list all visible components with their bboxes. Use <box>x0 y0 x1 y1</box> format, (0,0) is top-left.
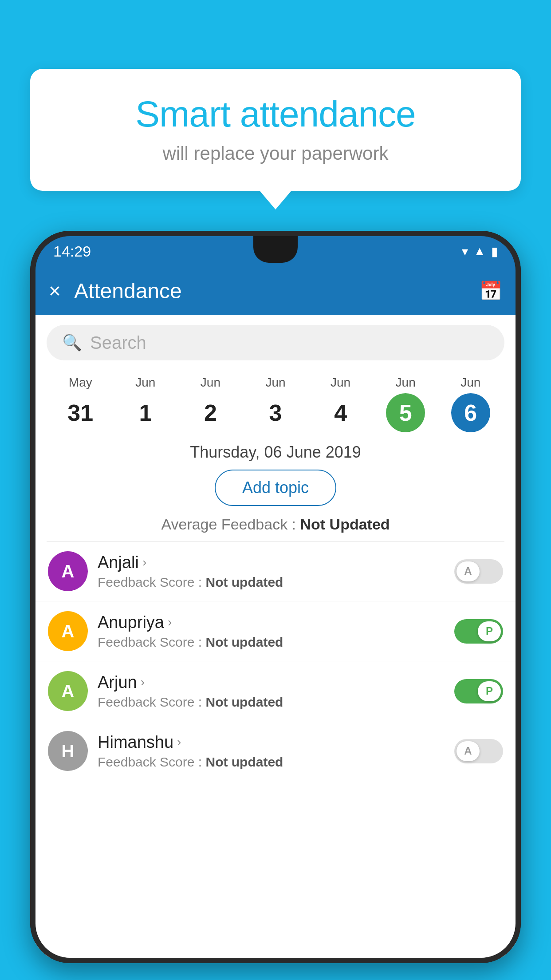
bubble-subtitle: will replace your paperwork <box>57 143 494 164</box>
feedback-score: Feedback Score : Not updated <box>98 575 445 590</box>
volume-up-button <box>30 355 32 386</box>
student-info: Arjun ›Feedback Score : Not updated <box>98 673 445 710</box>
student-info: Anjali ›Feedback Score : Not updated <box>98 553 445 590</box>
date-col-0[interactable]: May31 <box>48 375 113 432</box>
toggle-knob: A <box>457 741 480 761</box>
toggle-knob: P <box>478 621 501 641</box>
attendance-toggle[interactable]: P <box>454 679 503 703</box>
date-col-1[interactable]: Jun1 <box>113 375 178 432</box>
students-list: AAnjali ›Feedback Score : Not updatedAAA… <box>35 541 516 781</box>
add-topic-button[interactable]: Add topic <box>215 470 336 506</box>
phone-wrapper: 14:29 ▾ ▲ ▮ × Attendance 📅 🔍 Search May3… <box>30 231 521 980</box>
day-number: 2 <box>191 393 230 432</box>
toggle-wrapper[interactable]: P <box>454 619 503 644</box>
attendance-toggle[interactable]: A <box>454 739 503 763</box>
app-bar: × Attendance 📅 <box>35 266 516 315</box>
month-label: Jun <box>201 375 220 390</box>
chevron-icon: › <box>142 555 146 569</box>
volume-down-button <box>30 399 32 448</box>
feedback-score: Feedback Score : Not updated <box>98 635 445 650</box>
avatar: A <box>48 671 88 711</box>
toggle-wrapper[interactable]: P <box>454 679 503 703</box>
toggle-wrapper[interactable]: A <box>454 559 503 584</box>
day-number: 1 <box>126 393 165 432</box>
student-row-1[interactable]: AAnupriya ›Feedback Score : Not updatedP <box>35 601 516 661</box>
toggle-knob: P <box>478 681 501 701</box>
close-button[interactable]: × <box>49 279 61 303</box>
status-icons: ▾ ▲ ▮ <box>462 244 498 259</box>
notch <box>253 236 298 263</box>
avg-feedback-label: Average Feedback : <box>161 516 300 533</box>
chevron-icon: › <box>168 615 172 629</box>
speech-bubble: Smart attendance will replace your paper… <box>30 69 521 191</box>
phone: 14:29 ▾ ▲ ▮ × Attendance 📅 🔍 Search May3… <box>30 231 521 963</box>
student-row-0[interactable]: AAnjali ›Feedback Score : Not updatedA <box>35 541 516 601</box>
attendance-toggle[interactable]: A <box>454 559 503 584</box>
signal-icon: ▲ <box>473 244 486 258</box>
battery-icon: ▮ <box>491 244 498 259</box>
search-icon: 🔍 <box>62 333 82 352</box>
day-number: 31 <box>61 393 100 432</box>
date-col-2[interactable]: Jun2 <box>178 375 243 432</box>
toggle-knob: A <box>457 561 480 581</box>
feedback-score: Feedback Score : Not updated <box>98 755 445 770</box>
month-label: May <box>69 375 92 390</box>
student-row-3[interactable]: HHimanshu ›Feedback Score : Not updatedA <box>35 721 516 781</box>
month-label: Jun <box>460 375 480 390</box>
student-info: Anupriya ›Feedback Score : Not updated <box>98 613 445 650</box>
chevron-icon: › <box>177 735 181 749</box>
date-col-3[interactable]: Jun3 <box>243 375 308 432</box>
screen: 🔍 Search May31Jun1Jun2Jun3Jun4Jun5Jun6 T… <box>35 315 516 958</box>
date-col-6[interactable]: Jun6 <box>438 375 503 432</box>
search-placeholder: Search <box>90 333 146 353</box>
wifi-icon: ▾ <box>462 244 468 259</box>
search-bar[interactable]: 🔍 Search <box>47 325 504 360</box>
status-time: 14:29 <box>53 243 91 260</box>
date-col-4[interactable]: Jun4 <box>308 375 373 432</box>
day-number: 3 <box>256 393 295 432</box>
day-number: 4 <box>321 393 360 432</box>
avatar: H <box>48 731 88 771</box>
avatar: A <box>48 551 88 591</box>
attendance-toggle[interactable]: P <box>454 619 503 644</box>
chevron-icon: › <box>141 675 145 689</box>
day-number: 6 <box>451 393 490 432</box>
feedback-score: Feedback Score : Not updated <box>98 695 445 710</box>
date-row: May31Jun1Jun2Jun3Jun4Jun5Jun6 <box>35 370 516 438</box>
selected-date-label: Thursday, 06 June 2019 <box>35 438 516 470</box>
month-label: Jun <box>135 375 155 390</box>
toggle-wrapper[interactable]: A <box>454 739 503 763</box>
student-info: Himanshu ›Feedback Score : Not updated <box>98 733 445 770</box>
student-name: Himanshu › <box>98 733 445 752</box>
month-label: Jun <box>265 375 285 390</box>
student-name: Arjun › <box>98 673 445 692</box>
bubble-title: Smart attendance <box>57 93 494 135</box>
month-label: Jun <box>331 375 350 390</box>
app-title: Attendance <box>74 279 479 303</box>
day-number: 5 <box>386 393 425 432</box>
avg-feedback-value: Not Updated <box>300 516 390 533</box>
calendar-icon[interactable]: 📅 <box>479 280 502 302</box>
student-row-2[interactable]: AArjun ›Feedback Score : Not updatedP <box>35 661 516 721</box>
student-name: Anupriya › <box>98 613 445 632</box>
average-feedback: Average Feedback : Not Updated <box>35 516 516 533</box>
date-col-5[interactable]: Jun5 <box>373 375 438 432</box>
power-button <box>519 399 521 439</box>
avatar: A <box>48 611 88 651</box>
month-label: Jun <box>396 375 416 390</box>
student-name: Anjali › <box>98 553 445 572</box>
